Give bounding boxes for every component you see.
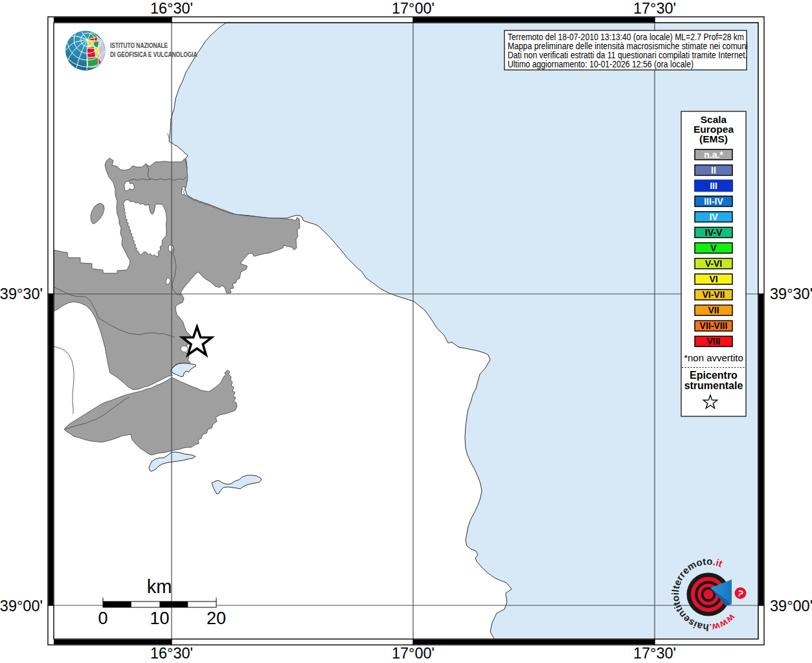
svg-text:39°00': 39°00' (770, 598, 812, 614)
svg-text:ISTITUTO NAZIONALE: ISTITUTO NAZIONALE (110, 41, 168, 49)
svg-text:16°30': 16°30' (150, 645, 193, 662)
svg-text:km: km (147, 576, 172, 597)
svg-text:IV: IV (709, 212, 718, 222)
svg-text:II: II (711, 165, 716, 175)
svg-text:17°30': 17°30' (633, 645, 676, 662)
svg-text:39°30': 39°30' (770, 286, 812, 302)
svg-text:0: 0 (98, 609, 107, 628)
svg-text:17°00': 17°00' (392, 0, 434, 17)
svg-text:20: 20 (207, 609, 226, 628)
svg-text:VI: VI (709, 274, 717, 284)
svg-text:V: V (710, 243, 717, 253)
svg-text:(EMS): (EMS) (699, 133, 728, 144)
svg-text:*non avvertito: *non avvertito (684, 352, 743, 363)
svg-text:10: 10 (150, 609, 169, 628)
svg-text:VIII: VIII (706, 336, 720, 346)
svg-text:16°30': 16°30' (150, 0, 193, 17)
svg-text:strumentale: strumentale (684, 380, 743, 391)
svg-text:17°30': 17°30' (633, 0, 676, 17)
svg-text:17°00': 17°00' (392, 645, 434, 662)
svg-text:VI-VII: VI-VII (702, 289, 725, 300)
svg-text:V-VI: V-VI (705, 258, 722, 269)
svg-text:III: III (710, 181, 717, 191)
svg-text:n.a.*: n.a.* (704, 150, 723, 160)
svg-text:39°30': 39°30' (0, 286, 43, 302)
svg-text:III-IV: III-IV (704, 196, 723, 207)
svg-text:IV-V: IV-V (705, 227, 723, 238)
svg-text:39°00': 39°00' (0, 598, 43, 614)
svg-text:Ultimo aggiornamento: 10-01-20: Ultimo aggiornamento: 10-01-2026 12:56 (… (508, 59, 694, 69)
svg-text:VII-VIII: VII-VIII (700, 320, 728, 331)
svg-text:VII: VII (708, 305, 719, 315)
svg-text:DI GEOFISICA E VULCANOLOGIA: DI GEOFISICA E VULCANOLOGIA (110, 50, 197, 58)
svg-text:Epicentro: Epicentro (690, 370, 738, 381)
